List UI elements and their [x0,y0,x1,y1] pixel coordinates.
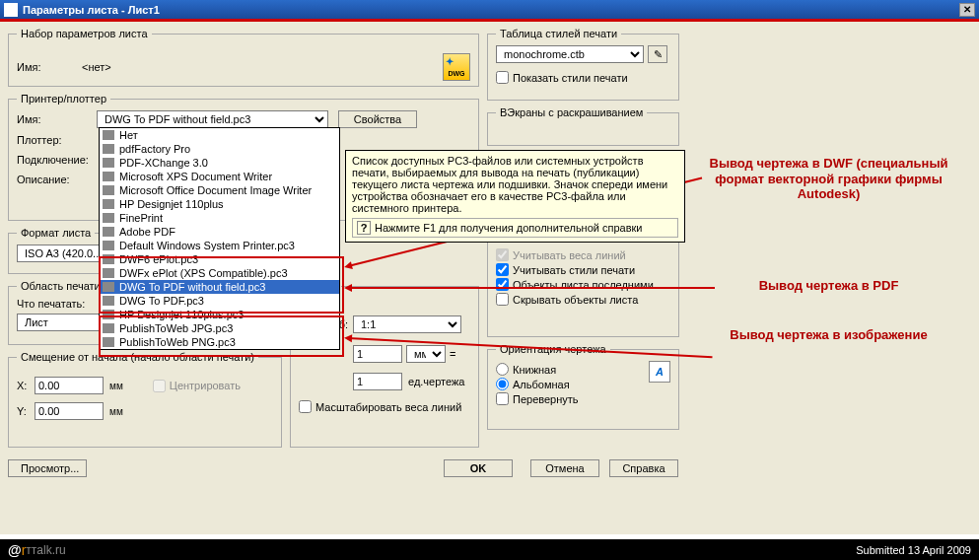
plot-styles-legend: Таблица стилей печати [496,28,621,39]
orientation-group: Ориентация чертежа Книжная Альбомная Пер… [487,343,679,430]
landscape-label: Альбомная [513,379,570,390]
opt-lineweights-checkbox [496,248,509,261]
scale-mm-unit[interactable]: мм [406,345,446,363]
show-styles-checkbox[interactable] [496,71,509,84]
portrait-radio[interactable] [496,363,509,376]
x-unit: мм [109,381,123,391]
scale-mm-input[interactable] [353,345,402,363]
app-icon [4,3,18,17]
printer-option[interactable]: HP Designjet 110plus [100,197,339,211]
paper-legend: Формат листа [17,227,95,239]
opt-lastobj-label: Объекты листа последними [513,279,654,291]
printer-legend: Принтер/плоттер [17,93,110,105]
flip-label: Перевернуть [513,393,579,405]
footer: @rттalk.ru Submitted 13 April 2009 [0,539,979,560]
center-checkbox [153,380,166,392]
tooltip-hint: Нажмите F1 для получения дополнительной … [375,222,643,234]
printer-option[interactable]: pdfFactory Pro [100,142,339,156]
titlebar: Параметры листа - Лист1 ✕ [0,0,979,22]
preview-button[interactable]: Просмотр... [8,459,87,477]
opt-hide-label: Скрывать объекты листа [513,294,638,306]
page-set-legend: Набор параметров листа [17,28,152,39]
callout-img: Вывод чертежа в изображение [708,327,949,343]
printer-option[interactable]: Microsoft XPS Document Writer [100,170,339,183]
window-title: Параметры листа - Лист1 [23,4,959,16]
landscape-radio[interactable] [496,378,509,390]
footer-logo: @rттalk.ru [8,542,66,558]
callout-pdf: Вывод чертежа в PDF [708,278,949,294]
x-label: X: [17,380,35,391]
flip-checkbox[interactable] [496,392,509,405]
callout-dwf: Вывод чертежа в DWF (специальный формат … [708,156,949,202]
dialog-content: Набор параметров листа Имя: <нет> DWG Пр… [0,22,979,534]
page-set-group: Набор параметров листа Имя: <нет> DWG [8,28,479,87]
offset-legend: Смещение от начала (начало области печат… [17,351,258,363]
printer-option[interactable]: Нет [100,128,339,142]
y-unit: мм [109,406,123,417]
properties-button[interactable]: Свойства [338,110,417,128]
printer-name-select[interactable]: DWG To PDF without field.pc3 [97,110,328,128]
opt-plotstyles-label: Учитывать стили печати [513,264,635,276]
printer-option[interactable]: FinePrint [100,211,339,225]
printer-option[interactable]: PDF-XChange 3.0 [100,156,339,170]
help-icon: ? [357,221,371,235]
viewports-legend: ВЭкраны с раскрашиванием [496,106,647,118]
ok-button[interactable]: OK [444,459,513,477]
scale-lw-label: Масштабировать веса линий [315,401,461,413]
edit-style-button[interactable]: ✎ [648,45,667,63]
orientation-icon: A [649,361,670,383]
offset-group: Смещение от начала (начало области печат… [8,351,282,448]
printer-option[interactable]: Adobe PDF [100,225,339,239]
printer-option[interactable]: DWFx ePlot (XPS Compatible).pc3 [100,266,339,280]
printer-option[interactable]: Default Windows System Printer.pc3 [100,239,339,252]
close-button[interactable]: ✕ [959,3,975,17]
opt-lineweights-label: Учитывать веса линий [513,249,626,261]
printer-option[interactable]: DWG To PDF.pc3 [100,294,339,308]
scale-lw-checkbox[interactable] [299,400,312,413]
orientation-legend: Ориентация чертежа [496,343,610,355]
cancel-button[interactable]: Отмена [530,459,599,477]
plot-styles-group: Таблица стилей печати monochrome.ctb ✎ П… [487,28,679,101]
print-options-group: Опции печати Учитывать веса линий Учитыв… [487,229,679,337]
portrait-label: Книжная [513,364,556,376]
y-label: Y: [17,405,35,417]
printer-option[interactable]: HP Designjet 110plus.pc3 [100,308,339,321]
plot-area-legend: Область печати [17,280,105,292]
y-input[interactable] [35,402,104,420]
tooltip-text: Список доступных PC3-файлов или системны… [352,155,678,214]
help-button[interactable]: Справка [609,459,678,477]
printer-name-label: Имя: [17,113,91,125]
set-name-value: <нет> [82,61,111,73]
show-styles-label: Показать стили печати [513,72,628,84]
opt-plotstyles-checkbox[interactable] [496,263,509,276]
printer-option[interactable]: PublishToWeb JPG.pc3 [100,321,339,335]
center-label: Центрировать [170,380,241,391]
printer-option-selected[interactable]: DWG To PDF without field.pc3 [100,280,339,294]
printer-option[interactable]: DWF6 ePlot.pc3 [100,252,339,266]
plotter-label: Плоттер: [17,134,91,146]
scale-select[interactable]: 1:1 [353,315,461,333]
opt-lastobj-checkbox[interactable] [496,278,509,291]
opt-hide-checkbox[interactable] [496,293,509,306]
description-label: Описание: [17,174,91,185]
printer-option[interactable]: PublishToWeb PNG.pc3 [100,335,339,349]
viewports-group: ВЭкраны с раскрашиванием [487,106,679,146]
connection-label: Подключение: [17,154,91,166]
tooltip: Список доступных PC3-файлов или системны… [345,150,685,243]
x-input[interactable] [35,377,104,394]
plot-style-select[interactable]: monochrome.ctb [496,45,644,63]
footer-date: Submitted 13 April 2009 [856,544,971,556]
set-name-label: Имя: [17,61,76,73]
scale-dwg-unit: ед.чертежа [408,376,464,387]
dwg-icon: DWG [443,53,470,81]
printer-dropdown-list[interactable]: Нет pdfFactory Pro PDF-XChange 3.0 Micro… [99,127,340,350]
printer-option[interactable]: Microsoft Office Document Image Writer [100,183,339,197]
scale-dwg-input[interactable] [353,373,402,390]
equals-icon: = [450,348,455,360]
